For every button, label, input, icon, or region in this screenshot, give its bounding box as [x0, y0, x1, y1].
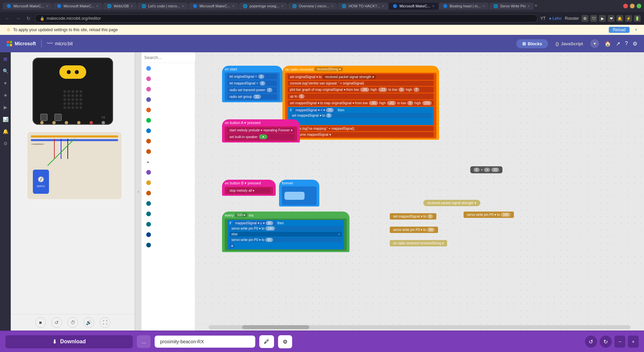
scroll-thumb[interactable]	[242, 325, 309, 329]
help-icon[interactable]: ?	[625, 41, 628, 47]
new-tab-button[interactable]: +	[534, 3, 537, 10]
zoom-in-button[interactable]: +	[628, 336, 639, 348]
received-string-dropdown[interactable]: receivedString ▾	[315, 67, 343, 71]
toolbox-item-radio[interactable]: Radio	[142, 105, 195, 115]
bookmark-leho[interactable]: ● Leho	[549, 16, 561, 21]
sidebar-icon-heart[interactable]: ♥	[3, 79, 8, 87]
collapse-button[interactable]: ‹	[135, 52, 142, 331]
if-500-block[interactable]: if mappedSignal ▾ ≥ ▾ 90 then servo writ…	[227, 220, 344, 249]
ext-icon-7[interactable]: 🔋	[634, 15, 641, 22]
mode-dropdown-button[interactable]: ▾	[590, 39, 599, 48]
toolbox-item-functions[interactable]: Functions	[142, 167, 195, 177]
home-icon[interactable]: 🏠	[604, 41, 611, 47]
servo-write-180-block[interactable]: servo write pin P0 ▾ to 180	[229, 226, 342, 231]
set-volume-block[interactable]: set volume mappedSignal ▾	[288, 132, 434, 137]
tab-3[interactable]: 🌐WebUSB×	[103, 3, 137, 10]
toolbox-item-advanced[interactable]: ▲ Advanced	[142, 157, 195, 167]
toolbox-item-logic[interactable]: Logic	[142, 125, 195, 136]
stop-melody-block[interactable]: stop melody all ▾	[227, 188, 270, 193]
toolbox-item-loops[interactable]: Loops	[142, 115, 195, 125]
back-button[interactable]: ←	[3, 15, 11, 22]
close-button[interactable]	[637, 4, 641, 8]
sidebar-icon-bell[interactable]: 🔔	[1, 127, 10, 135]
blocks-mode-button[interactable]: ⊞ Blocks	[516, 39, 548, 48]
if-condition[interactable]: mappedSignal ▾ < ▾ 70	[293, 108, 336, 112]
servo-write-pin-90-right[interactable]: servo write pin P0 ▾ to 90	[390, 227, 438, 233]
project-upload-button[interactable]: ⚙	[278, 335, 292, 348]
tab-9-active[interactable]: 🔵Microsoft MakeC...×	[389, 3, 438, 10]
tab-5[interactable]: 🔵Microsoft MakeC...×	[189, 3, 238, 10]
received-packet-dropdown[interactable]: received packet signal strength ▾	[323, 75, 376, 79]
sidebar-icon-star[interactable]: ★	[2, 91, 9, 99]
tab-4[interactable]: 🌐Let's code | micro...×	[138, 3, 188, 10]
set-mapped-0-block[interactable]: set mappedSignal ▾ to 0	[290, 113, 432, 118]
set-mapped-0-right[interactable]: set mappedSignal ▾ to 0	[390, 213, 436, 220]
every-500-dropdown[interactable]: 500 ▾	[235, 213, 247, 217]
tab-2[interactable]: 🔵Microsoft MakeC...×	[53, 3, 103, 10]
let-mapped-signal[interactable]: let mappedSignal = 0	[227, 80, 277, 86]
search-input[interactable]	[144, 55, 201, 60]
toolbox-item-pins[interactable]: Pins	[142, 219, 195, 229]
toolbox-item-text[interactable]: Text	[142, 188, 195, 198]
console-log-block[interactable]: console.log('sterkte van signaal: ' + or…	[288, 81, 434, 86]
toolbox-item-images[interactable]: Images	[142, 209, 195, 219]
toolbox-item-serial[interactable]: Serial	[142, 229, 195, 240]
toolbox-item-music[interactable]: Music	[142, 84, 195, 94]
stop-button[interactable]: ■	[35, 317, 46, 328]
ext-icon-6[interactable]: ⚡	[625, 15, 632, 22]
restart-button[interactable]: ↺	[51, 317, 62, 328]
console-log-na-mapping[interactable]: console.log('na mapping:' + mappedSignal…	[288, 126, 434, 131]
project-name-input[interactable]	[155, 336, 255, 348]
set-original-signal-block[interactable]: set originalSignal ▾ to received packet …	[288, 74, 434, 80]
button-a[interactable]	[40, 114, 48, 121]
radio-set-group[interactable]: radio set group 31	[227, 94, 277, 100]
add-clause-button[interactable]: +	[229, 243, 235, 248]
sidebar-icon-play[interactable]: ▶	[2, 103, 9, 111]
floating-block[interactable]: 0 × + 20	[470, 166, 502, 173]
ext-icon-4[interactable]: ❤	[608, 15, 614, 22]
audio-button[interactable]: 🔊	[84, 317, 94, 328]
maximize-button[interactable]	[630, 4, 635, 8]
on-start-block[interactable]: on start let originalSignal = 0 let mapp…	[222, 66, 282, 102]
on-radio-received-right[interactable]: on radio received receivedString ▾	[390, 240, 447, 246]
on-radio-received-block[interactable]: on radio received receivedString ▾ set o…	[282, 66, 439, 140]
horizontal-scrollbar[interactable]	[209, 325, 631, 329]
slow-motion-button[interactable]: ⏱	[67, 317, 78, 328]
block-canvas[interactable]: on start let originalSignal = 0 let mapp…	[195, 52, 644, 331]
servo-write-pin-right[interactable]: servo write pin P0 ▾ to 180	[464, 212, 514, 218]
servo-write-90-block[interactable]: servo write pin P0 ▾ to 90	[229, 237, 342, 242]
address-bar[interactable]: 🔒 makecode.microbit.org/#editor	[35, 14, 538, 22]
toolbox-item-input[interactable]: Input	[142, 73, 195, 84]
reload-button[interactable]: ↻	[25, 15, 32, 22]
minimize-button[interactable]	[623, 4, 628, 8]
tab-6[interactable]: 🌐poperinge vroeg...×	[239, 3, 287, 10]
fullscreen-button[interactable]: ⛶	[100, 317, 110, 328]
ext-icon-5[interactable]: 🔔	[616, 15, 623, 22]
toolbox-item-math[interactable]: Math	[142, 146, 195, 157]
toolbox-item-game[interactable]: Game	[142, 198, 195, 209]
undo-button[interactable]: ↺	[585, 336, 597, 348]
ext-icon-1[interactable]: ⚙	[582, 15, 588, 22]
tab-7[interactable]: 🌐Overview | micro...×	[288, 3, 337, 10]
speaker-toggle[interactable]: ●	[259, 134, 267, 139]
notification-close[interactable]: ×	[635, 27, 637, 32]
forever-block[interactable]: forever	[279, 180, 319, 207]
tab-11[interactable]: 🌐Servo Write Pin×	[489, 3, 534, 10]
bookmark-yt[interactable]: YT	[540, 16, 545, 21]
let-original-signal[interactable]: let originalSignal = 0	[227, 74, 277, 79]
download-more-button[interactable]: ...	[137, 335, 151, 348]
plot-bar-graph-block[interactable]: plot bar graph of map originalSignal ▾ f…	[288, 87, 434, 93]
javascript-mode-button[interactable]: {} JavaScript	[549, 39, 589, 48]
bookmark-rooster[interactable]: Rooster	[565, 16, 579, 21]
reload-site-button[interactable]: Reload	[609, 27, 630, 33]
set-mapped-signal-block[interactable]: set mappedSignal ▾ to map originalSignal…	[288, 100, 434, 106]
tab-8[interactable]: 🌐HOW TO HACK?...×	[338, 3, 388, 10]
sidebar-icon-blocks[interactable]: ⊞	[2, 55, 9, 63]
upto-block[interactable]: up to 5	[288, 94, 434, 99]
sidebar-icon-search[interactable]: 🔍	[1, 67, 10, 75]
received-packet-block-right[interactable]: received packet signal strength ▾	[423, 200, 480, 206]
if-500-condition[interactable]: mappedSignal ▾ ≥ ▾ 90	[232, 221, 276, 225]
toolbox-item-arrays[interactable]: Arrays	[142, 177, 195, 188]
settings-icon[interactable]: ⚙	[633, 41, 637, 47]
forward-button[interactable]: →	[14, 15, 22, 22]
